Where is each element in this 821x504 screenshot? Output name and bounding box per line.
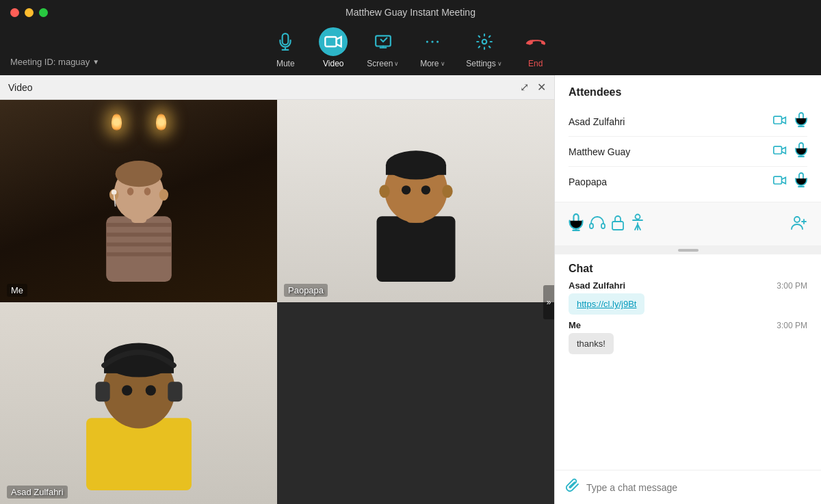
svg-point-13 [115, 161, 162, 187]
close-video-icon[interactable]: ✕ [537, 81, 546, 94]
meeting-id[interactable]: Meeting ID: maguay ▼ [10, 57, 99, 67]
meeting-id-chevron: ▼ [92, 58, 99, 66]
chat-message-group-2: Me 3:00 PM thanks! [569, 320, 807, 354]
divider-chevron: » [547, 297, 551, 307]
background-lights [0, 114, 277, 131]
attendee-mic-icon-1 [795, 112, 807, 131]
close-button[interactable] [10, 8, 19, 17]
attendee-name-2: Matthew Guay [569, 146, 773, 157]
chat-input-field[interactable] [586, 482, 810, 493]
svg-point-47 [794, 217, 800, 222]
svg-rect-10 [106, 252, 172, 256]
end-button[interactable]: End [514, 25, 557, 71]
attendee-icons-3 [773, 172, 807, 191]
attendee-icons-2 [773, 142, 807, 161]
window-controls [10, 8, 48, 17]
video-cell-asad: Asad Zulfahri [0, 302, 277, 505]
chat-time-2: 3:00 PM [777, 321, 807, 330]
asad-label: Asad Zulfahri [7, 486, 68, 499]
main-content: Video ⤢ ✕ [0, 75, 821, 504]
light-bulb-2 [156, 114, 166, 131]
end-call-icon [524, 33, 547, 51]
chat-message-header-1: Asad Zulfahri 3:00 PM [569, 280, 807, 291]
chat-messages: Asad Zulfahri 3:00 PM https://cl.ly/j9Bt… [555, 280, 821, 470]
panel-divider [555, 246, 821, 254]
maximize-button[interactable] [39, 8, 48, 17]
attachment-icon[interactable] [566, 477, 579, 497]
light-bulb-1 [112, 114, 122, 131]
attendee-video-icon-2 [773, 145, 787, 159]
panel-lock-btn[interactable] [608, 211, 627, 237]
chat-bubble-1: https://cl.ly/j9Bt [569, 293, 644, 315]
svg-point-3 [432, 40, 434, 42]
chat-sender-2: Me [569, 320, 581, 330]
svg-point-26 [442, 185, 452, 198]
svg-point-18 [111, 189, 116, 195]
me-label: Me [7, 284, 27, 297]
screen-icon [374, 33, 392, 51]
settings-label: Settings [466, 59, 495, 68]
expand-icon[interactable]: ⤢ [520, 81, 529, 94]
panel-audio-btn[interactable] [586, 212, 608, 236]
settings-button[interactable]: Settings ∨ [459, 25, 508, 71]
attendees-title: Attendees [569, 86, 807, 98]
svg-rect-0 [326, 37, 337, 47]
screen-label: Screen [367, 59, 393, 68]
mute-button[interactable]: Mute [264, 25, 307, 71]
svg-rect-24 [385, 165, 445, 174]
divider-handle[interactable]: » [543, 285, 554, 319]
svg-point-46 [636, 215, 640, 220]
attendee-row: Paopapa [569, 167, 807, 196]
svg-point-28 [421, 185, 430, 194]
svg-rect-44 [601, 224, 605, 228]
settings-chevron: ∨ [497, 60, 502, 67]
window-title: Matthew Guay Instant Meeting [346, 7, 475, 18]
chat-time-1: 3:00 PM [777, 281, 807, 291]
attendee-video-icon-1 [773, 115, 787, 129]
svg-rect-36 [95, 382, 109, 401]
svg-rect-40 [774, 116, 782, 124]
svg-rect-20 [376, 216, 455, 282]
chat-message-header-2: Me 3:00 PM [569, 320, 807, 330]
attendee-row: Asad Zulfahri [569, 107, 807, 137]
panel-add-user-btn[interactable] [788, 212, 810, 236]
screen-chevron: ∨ [394, 60, 399, 67]
video-icon [324, 32, 343, 51]
screen-button[interactable]: Screen ∨ [360, 25, 406, 71]
mute-icon [276, 33, 294, 51]
chat-link[interactable]: https://cl.ly/j9Bt [577, 299, 636, 309]
video-header-actions: ⤢ ✕ [520, 81, 546, 94]
person-asad-svg [70, 319, 207, 490]
meeting-id-label: Meeting ID: maguay [10, 57, 90, 67]
video-cell-paopapa: Paopapa [277, 100, 554, 302]
panel-mute-all-btn[interactable] [566, 211, 586, 237]
svg-point-23 [385, 150, 445, 179]
title-bar: Matthew Guay Instant Meeting Meeting ID:… [0, 0, 821, 75]
more-button[interactable]: More ∨ [411, 25, 454, 71]
chat-section: Chat Asad Zulfahri 3:00 PM https://cl.ly… [555, 254, 821, 504]
svg-rect-7 [106, 222, 172, 226]
svg-rect-45 [612, 222, 623, 230]
svg-rect-42 [774, 176, 782, 184]
settings-icon [475, 33, 493, 51]
more-label: More [420, 59, 439, 68]
svg-point-5 [482, 40, 486, 44]
panel-accessibility-btn[interactable] [627, 211, 648, 237]
attendee-mic-icon-2 [795, 142, 807, 161]
svg-point-39 [145, 385, 155, 395]
video-cell-empty [277, 302, 554, 505]
svg-rect-8 [106, 233, 172, 237]
toolbar: Mute Video [264, 25, 556, 71]
attendee-video-icon-3 [773, 175, 787, 189]
svg-point-38 [122, 385, 132, 395]
chat-input-row [555, 470, 821, 504]
chat-message-group-1: Asad Zulfahri 3:00 PM https://cl.ly/j9Bt [569, 280, 807, 315]
chat-title: Chat [555, 254, 821, 280]
video-button[interactable]: Video [312, 25, 354, 71]
attendee-row: Matthew Guay [569, 137, 807, 167]
more-chevron: ∨ [441, 60, 445, 67]
svg-point-27 [401, 185, 410, 194]
minimize-button[interactable] [25, 8, 34, 17]
video-panel-title: Video [8, 82, 33, 93]
attendee-name-3: Paopapa [569, 176, 773, 187]
